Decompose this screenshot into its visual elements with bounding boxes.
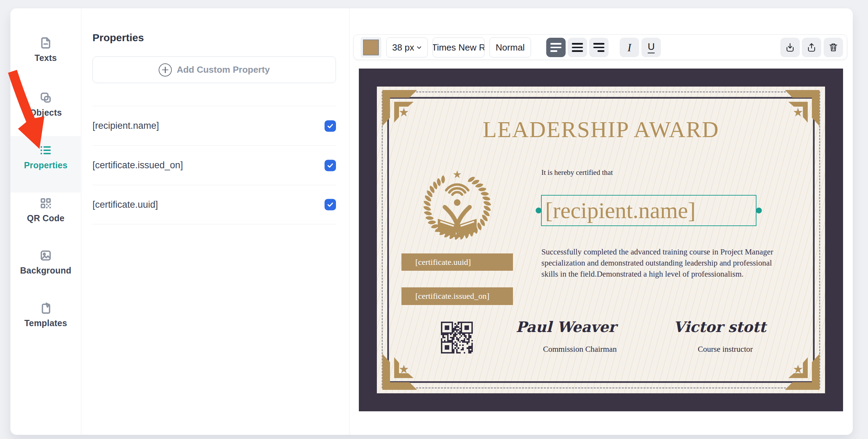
certificate-subtitle: It is hereby certified that xyxy=(541,168,613,177)
chevron-down-icon xyxy=(416,45,422,50)
svg-text:★: ★ xyxy=(453,168,462,180)
trash-icon xyxy=(828,42,839,53)
underline-icon: U xyxy=(648,42,655,53)
property-row: [certificate.issued_on] xyxy=(92,145,336,185)
issued-on-tag-object[interactable]: [certificate.issued_on] xyxy=(401,287,513,305)
font-style-select[interactable]: Normal xyxy=(489,37,531,57)
align-left-button[interactable] xyxy=(546,38,566,57)
format-toolbar: 38 px Times New R Normal I U xyxy=(353,34,847,60)
panel-title: Properties xyxy=(92,32,144,44)
selection-handle-left[interactable] xyxy=(536,208,542,214)
description-line: skills in the field.Demonstrated a high … xyxy=(541,269,773,280)
property-label: [recipient.name] xyxy=(92,120,159,131)
image-icon xyxy=(39,249,52,262)
editor-card: Texts Objects Properties QR Code xyxy=(10,8,853,435)
align-right-button[interactable] xyxy=(589,38,609,57)
sidebar: Texts Objects Properties QR Code xyxy=(10,8,81,435)
sidebar-item-label: Background xyxy=(20,266,71,276)
certificate-description: Successfully completed the advanced trai… xyxy=(541,247,773,280)
property-checkbox[interactable] xyxy=(325,120,336,132)
properties-panel: Properties Add Custom Property [recipien… xyxy=(81,8,349,435)
font-family-value: Times New R xyxy=(433,42,485,53)
issued-on-tag-text: [certificate.issued_on] xyxy=(415,292,489,301)
sidebar-item-background[interactable]: Background xyxy=(10,243,81,281)
property-checkbox[interactable] xyxy=(325,160,336,171)
property-label: [certificate.uuid] xyxy=(92,199,158,210)
export-icon xyxy=(806,42,817,53)
svg-text:★: ★ xyxy=(399,362,409,376)
property-rows: [recipient.name] [certificate.issued_on]… xyxy=(92,106,336,224)
download-icon xyxy=(785,42,796,53)
font-size-value: 38 px xyxy=(392,42,414,53)
export-button[interactable] xyxy=(802,38,821,57)
sidebar-item-label: Properties xyxy=(24,160,68,170)
plus-circle-icon xyxy=(159,63,172,77)
underline-button[interactable]: U xyxy=(641,38,661,57)
property-checkbox[interactable] xyxy=(325,199,336,210)
sidebar-item-label: Texts xyxy=(35,53,57,63)
signature-name: Paul Weaver xyxy=(511,319,621,335)
italic-button[interactable]: I xyxy=(620,38,639,57)
signature-role: Course instructor xyxy=(670,345,781,354)
align-justify-button[interactable] xyxy=(568,38,587,57)
list-icon xyxy=(39,144,52,157)
sidebar-item-properties[interactable]: Properties xyxy=(10,137,81,176)
sidebar-item-label: QR Code xyxy=(27,213,64,223)
text-color-swatch[interactable] xyxy=(361,37,381,58)
qr-code-graphic[interactable] xyxy=(441,322,473,353)
copy-icon xyxy=(39,91,52,104)
check-icon xyxy=(327,201,334,208)
description-line: Successfully completed the advanced trai… xyxy=(541,247,773,258)
signature-role: Commission Chairman xyxy=(524,345,635,354)
recipient-placeholder-text: [recipient.name] xyxy=(545,197,696,224)
align-left-icon xyxy=(550,43,561,52)
laurel-wreath-logo: ★ xyxy=(422,168,493,241)
qr-code-icon xyxy=(39,197,52,210)
svg-text:★: ★ xyxy=(793,362,803,376)
font-size-select[interactable]: 38 px xyxy=(386,37,428,57)
sidebar-item-label: Objects xyxy=(29,108,62,118)
align-right-icon xyxy=(593,43,604,52)
certificate-title: LEADERSHIP AWARD xyxy=(359,116,843,143)
sidebar-item-templates[interactable]: Templates xyxy=(10,295,81,334)
check-icon xyxy=(327,162,334,169)
font-family-select[interactable]: Times New R xyxy=(433,37,485,57)
selection-handle-right[interactable] xyxy=(756,208,762,214)
sidebar-item-objects[interactable]: Objects xyxy=(10,85,81,124)
certificate-canvas[interactable]: ★ ★ ★ ★ LEADERSHIP AWARD ★ xyxy=(359,69,843,411)
add-custom-property-label: Add Custom Property xyxy=(177,64,270,75)
corner-ornament: ★ xyxy=(382,352,422,390)
property-row: [recipient.name] xyxy=(92,106,336,145)
uuid-tag-text: [certificate.uuid] xyxy=(415,258,471,267)
delete-button[interactable] xyxy=(824,38,843,57)
color-swatch-fill xyxy=(363,39,379,55)
check-icon xyxy=(327,123,334,129)
download-button[interactable] xyxy=(780,38,800,57)
sidebar-item-texts[interactable]: Texts xyxy=(10,30,81,69)
add-custom-property-button[interactable]: Add Custom Property xyxy=(92,56,336,83)
italic-icon: I xyxy=(628,41,631,54)
property-row: [certificate.uuid] xyxy=(92,185,336,224)
description-line: specialization and demonstrated outstand… xyxy=(541,258,773,269)
sidebar-item-qr-code[interactable]: QR Code xyxy=(10,190,81,229)
sidebar-item-label: Templates xyxy=(24,318,67,328)
align-justify-icon xyxy=(572,43,583,52)
uuid-tag-object[interactable]: [certificate.uuid] xyxy=(401,253,513,271)
corner-ornament: ★ xyxy=(780,352,820,390)
font-style-value: Normal xyxy=(496,42,525,53)
recipient-name-object[interactable]: [recipient.name] xyxy=(541,195,756,226)
file-text-icon xyxy=(39,36,52,50)
property-label: [certificate.issued_on] xyxy=(92,160,183,171)
templates-icon xyxy=(39,302,52,315)
signature-name: Victor stott xyxy=(664,319,775,335)
